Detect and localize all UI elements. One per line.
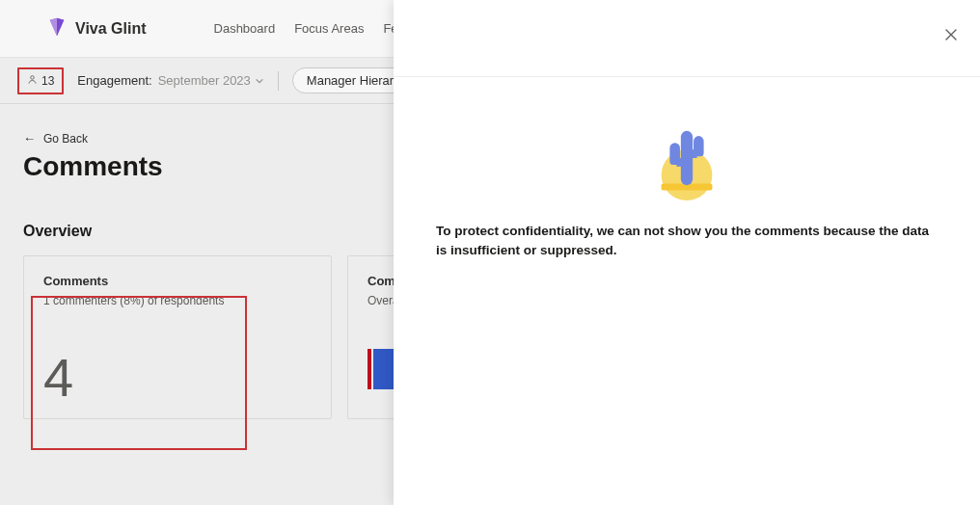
nav-dashboard[interactable]: Dashboard	[214, 21, 276, 36]
divider	[278, 71, 279, 91]
close-button[interactable]	[943, 27, 959, 45]
close-icon	[943, 27, 959, 42]
chevron-down-icon	[255, 76, 264, 86]
confidentiality-message: To protect confidentiality, we can not s…	[432, 222, 941, 259]
engagement-filter-label: Engagement:	[77, 73, 151, 88]
respondent-count: 13	[41, 74, 54, 88]
engagement-filter-value: September 2023	[158, 73, 264, 88]
svg-point-0	[31, 75, 35, 79]
comments-card-value: 4	[43, 346, 73, 409]
brand-name: Viva Glint	[75, 20, 147, 38]
comments-card-title: Comments	[43, 274, 312, 288]
empty-state: To protect confidentiality, we can not s…	[394, 77, 980, 259]
comments-card[interactable]: Comments 1 commenters (8%) of respondent…	[23, 255, 332, 419]
svg-rect-5	[687, 149, 697, 158]
comments-card-subtitle: 1 commenters (8%) of respondents	[43, 294, 312, 307]
nav-focus-areas[interactable]: Focus Areas	[294, 21, 364, 36]
panel-header	[394, 0, 980, 77]
confidentiality-panel: To protect confidentiality, we can not s…	[394, 0, 980, 505]
engagement-filter[interactable]: Engagement: September 2023	[77, 73, 263, 88]
cactus-illustration	[432, 116, 941, 200]
svg-rect-4	[676, 158, 687, 167]
brand: Viva Glint	[46, 16, 147, 40]
main-nav: Dashboard Focus Areas Feed	[214, 21, 413, 36]
arrow-left-icon: ←	[23, 131, 36, 146]
go-back-label: Go Back	[43, 132, 88, 146]
people-icon	[27, 74, 38, 88]
cactus-icon	[644, 116, 729, 200]
brand-logo-icon	[46, 16, 68, 40]
respondent-count-badge[interactable]: 13	[17, 67, 64, 94]
